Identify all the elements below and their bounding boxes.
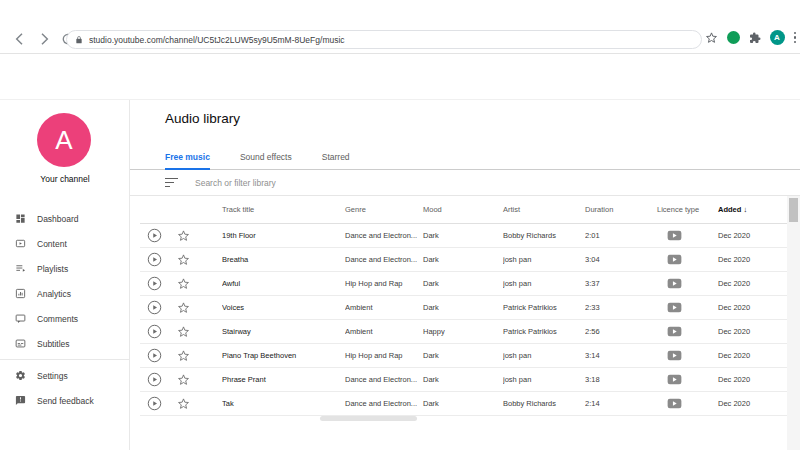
address-bar[interactable]: studio.youtube.com/channel/UC5tJc2LUW5sy… <box>66 30 702 49</box>
track-artist: josh pan <box>503 255 585 264</box>
track-genre: Dance and Electron... <box>345 399 423 408</box>
track-added: Dec 2020 <box>718 327 788 336</box>
track-added: Dec 2020 <box>718 231 788 240</box>
gear-icon <box>15 370 26 381</box>
sidebar-item-subtitles[interactable]: Subtitles <box>0 331 129 356</box>
play-button[interactable] <box>140 372 168 387</box>
extension-badge-icon[interactable] <box>727 31 740 44</box>
licence-youtube-icon <box>657 302 718 313</box>
sidebar-item-label: Playlists <box>37 264 68 274</box>
horizontal-scrollbar-thumb[interactable] <box>320 416 417 421</box>
track-genre: Ambient <box>345 303 423 312</box>
track-duration: 3:04 <box>585 255 657 264</box>
star-button[interactable] <box>168 397 198 410</box>
track-duration: 3:14 <box>585 351 657 360</box>
star-button[interactable] <box>168 229 198 242</box>
track-title: Stairway <box>222 327 345 336</box>
track-genre: Ambient <box>345 327 423 336</box>
play-button[interactable] <box>140 228 168 243</box>
content-icon <box>15 238 26 249</box>
track-duration: 2:14 <box>585 399 657 408</box>
column-track-title[interactable]: Track title <box>222 205 345 214</box>
star-button[interactable] <box>168 349 198 362</box>
track-duration: 2:56 <box>585 327 657 336</box>
table-row: 19th Floor Dance and Electron... Dark Bo… <box>140 224 788 248</box>
licence-youtube-icon <box>657 278 718 289</box>
table-row: Awful Hip Hop and Rap Dark josh pan 3:37… <box>140 272 788 296</box>
extensions-puzzle-icon[interactable] <box>749 32 761 44</box>
play-button[interactable] <box>140 300 168 315</box>
feedback-icon <box>15 395 26 406</box>
track-added: Dec 2020 <box>718 399 788 408</box>
track-added: Dec 2020 <box>718 303 788 312</box>
channel-avatar[interactable]: A <box>37 113 91 167</box>
track-title: Tak <box>222 399 345 408</box>
vertical-scrollbar-thumb[interactable] <box>789 198 798 222</box>
play-button[interactable] <box>140 276 168 291</box>
tab-sound-effects[interactable]: Sound effects <box>240 145 292 170</box>
play-button[interactable] <box>140 348 168 363</box>
sidebar-item-comments[interactable]: Comments <box>0 306 129 331</box>
bookmark-star-icon[interactable] <box>705 31 718 44</box>
star-button[interactable] <box>168 301 198 314</box>
track-added: Dec 2020 <box>718 375 788 384</box>
sort-desc-icon: ↓ <box>743 205 747 214</box>
play-button[interactable] <box>140 252 168 267</box>
sidebar-item-content[interactable]: Content <box>0 231 129 256</box>
play-button[interactable] <box>140 324 168 339</box>
star-button[interactable] <box>168 325 198 338</box>
forward-icon[interactable] <box>36 31 52 47</box>
track-artist: Patrick Patrikios <box>503 303 585 312</box>
track-title: Awful <box>222 279 345 288</box>
subtitles-icon <box>15 338 26 349</box>
sidebar-item-dashboard[interactable]: Dashboard <box>0 206 129 231</box>
sidebar-item-label: Dashboard <box>37 214 79 224</box>
sidebar-item-analytics[interactable]: Analytics <box>0 281 129 306</box>
dashboard-icon <box>15 213 26 224</box>
track-added: Dec 2020 <box>718 279 788 288</box>
track-artist: josh pan <box>503 279 585 288</box>
table-row: Voices Ambient Dark Patrick Patrikios 2:… <box>140 296 788 320</box>
table-row: Stairway Ambient Happy Patrick Patrikios… <box>140 320 788 344</box>
filter-search-input[interactable]: Search or filter library <box>130 170 800 196</box>
sidebar-item-settings[interactable]: Settings <box>0 363 129 388</box>
column-artist[interactable]: Artist <box>503 205 585 214</box>
sidebar-item-send-feedback[interactable]: Send feedback <box>0 388 129 413</box>
vertical-scrollbar[interactable] <box>787 196 800 450</box>
sidebar-item-label: Comments <box>37 314 78 324</box>
play-button[interactable] <box>140 396 168 411</box>
column-licence-type[interactable]: Licence type <box>657 205 718 214</box>
sidebar-item-label: Settings <box>37 371 68 381</box>
channel-label: Your channel <box>0 174 130 184</box>
track-duration: 3:18 <box>585 375 657 384</box>
analytics-icon <box>15 288 26 299</box>
star-button[interactable] <box>168 373 198 386</box>
table-row: Breatha Dance and Electron... Dark josh … <box>140 248 788 272</box>
licence-youtube-icon <box>657 230 718 241</box>
tab-free-music[interactable]: Free music <box>165 145 210 170</box>
column-mood[interactable]: Mood <box>423 205 503 214</box>
back-icon[interactable] <box>12 31 28 47</box>
browser-profile-avatar[interactable]: A <box>770 30 785 45</box>
track-genre: Dance and Electron... <box>345 255 423 264</box>
sidebar-item-label: Content <box>37 239 67 249</box>
star-button[interactable] <box>168 277 198 290</box>
column-added-sorted[interactable]: Added ↓ <box>718 205 788 214</box>
column-genre[interactable]: Genre <box>345 205 423 214</box>
track-artist: josh pan <box>503 351 585 360</box>
sidebar-item-playlists[interactable]: Playlists <box>0 256 129 281</box>
track-mood: Dark <box>423 255 503 264</box>
track-added: Dec 2020 <box>718 351 788 360</box>
track-mood: Dark <box>423 399 503 408</box>
browser-chrome: studio.youtube.com/channel/UC5tJc2LUW5sy… <box>0 0 800 54</box>
track-mood: Happy <box>423 327 503 336</box>
licence-youtube-icon <box>657 326 718 337</box>
track-mood: Dark <box>423 375 503 384</box>
star-button[interactable] <box>168 253 198 266</box>
track-mood: Dark <box>423 279 503 288</box>
comments-icon <box>15 313 26 324</box>
tab-starred[interactable]: Starred <box>322 145 350 170</box>
browser-menu-icon[interactable] <box>794 32 797 44</box>
column-duration[interactable]: Duration <box>585 205 657 214</box>
track-artist: josh pan <box>503 375 585 384</box>
